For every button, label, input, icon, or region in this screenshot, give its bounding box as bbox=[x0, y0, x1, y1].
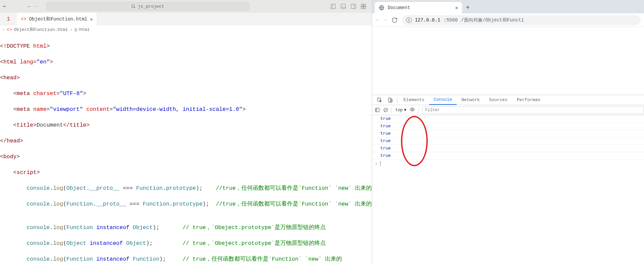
titlebar: ⋯ ← → js_project bbox=[0, 0, 372, 13]
url-path: /面向对象/Object和Functi bbox=[461, 17, 524, 23]
console-toolbar: top ▼ bbox=[372, 105, 644, 115]
reload-icon[interactable] bbox=[392, 17, 398, 23]
layout-controls bbox=[330, 3, 369, 9]
symbol-icon: ◫ bbox=[74, 27, 77, 32]
chevron-right-icon: › bbox=[2, 27, 5, 32]
console-sidebar-toggle-icon[interactable] bbox=[375, 107, 380, 113]
globe-icon bbox=[379, 5, 384, 10]
chevron-right-icon: › bbox=[375, 161, 377, 166]
live-expression-icon[interactable] bbox=[410, 107, 415, 114]
svg-rect-16 bbox=[375, 108, 379, 112]
tab-label: Object和Function.html bbox=[29, 16, 87, 22]
svg-rect-2 bbox=[331, 4, 336, 9]
browser-tab[interactable]: Document ✕ bbox=[375, 2, 462, 13]
svg-point-20 bbox=[412, 109, 413, 110]
html-file-icon: <> bbox=[7, 27, 12, 32]
close-tab-icon[interactable]: ✕ bbox=[455, 5, 458, 11]
tab-elements[interactable]: Elements bbox=[399, 95, 429, 105]
console-output: true true true true true true › bbox=[372, 115, 644, 264]
svg-line-19 bbox=[385, 109, 387, 112]
search-icon bbox=[131, 4, 136, 9]
nav-forward-icon[interactable]: → bbox=[35, 3, 38, 10]
inspect-icon[interactable] bbox=[374, 97, 385, 103]
layout-sidebar-right-icon[interactable] bbox=[350, 3, 356, 9]
device-toggle-icon[interactable] bbox=[385, 97, 396, 103]
nav-back-icon[interactable]: ← bbox=[27, 3, 31, 10]
svg-rect-8 bbox=[361, 4, 363, 6]
chevron-down-icon: ▼ bbox=[404, 108, 406, 113]
breadcrumb-file: Object和Function.html bbox=[14, 27, 68, 33]
devtools: Elements Console Network Sources Perform… bbox=[372, 95, 644, 264]
svg-rect-9 bbox=[364, 4, 366, 6]
breadcrumb-symbol: html bbox=[79, 27, 90, 32]
layout-panel-icon[interactable] bbox=[340, 3, 346, 9]
layout-custom-icon[interactable] bbox=[360, 3, 366, 9]
breadcrumb[interactable]: › <> Object和Function.html › ◫ html bbox=[0, 26, 372, 34]
console-row: true bbox=[372, 145, 644, 152]
browser-back-icon[interactable]: ← bbox=[375, 17, 379, 23]
chrome-tabstrip: Document ✕ + bbox=[372, 0, 644, 13]
tab-bar: 1 <> Object和Function.html ✕ bbox=[0, 13, 372, 26]
url-port: :5500 bbox=[444, 17, 458, 23]
devtools-tabs: Elements Console Network Sources Perform… bbox=[372, 95, 644, 105]
address-bar[interactable]: i 127.0.0.1:5500/面向对象/Object和Functi bbox=[402, 15, 641, 25]
html-file-icon: <> bbox=[21, 16, 26, 22]
clear-console-icon[interactable] bbox=[383, 107, 388, 113]
layout-sidebar-icon[interactable] bbox=[330, 3, 336, 9]
tab-sources[interactable]: Sources bbox=[484, 95, 512, 105]
browser-tab-title: Document bbox=[388, 5, 410, 10]
new-tab-button[interactable]: + bbox=[462, 2, 473, 13]
menu-icon[interactable]: ⋯ bbox=[3, 3, 19, 10]
nav-arrows: ← → bbox=[23, 3, 43, 10]
svg-line-1 bbox=[134, 7, 135, 8]
browser-toolbar: ← → i 127.0.0.1:5500/面向对象/Object和Functi bbox=[372, 13, 644, 27]
console-row: true bbox=[372, 152, 644, 160]
svg-rect-6 bbox=[351, 4, 356, 9]
svg-rect-10 bbox=[361, 7, 363, 9]
svg-rect-4 bbox=[341, 4, 346, 9]
command-search[interactable]: js_project bbox=[46, 2, 249, 11]
vscode-window: ⋯ ← → js_project 1 <> Object和Function.ht… bbox=[0, 0, 372, 264]
page-viewport bbox=[372, 27, 644, 95]
console-row: true bbox=[372, 137, 644, 145]
chrome-window: Document ✕ + ← → i 127.0.0.1:5500/面向对象/O… bbox=[372, 0, 644, 264]
console-input[interactable]: › bbox=[372, 160, 644, 168]
console-row: true bbox=[372, 123, 644, 130]
console-row: true bbox=[372, 115, 644, 123]
tab-network[interactable]: Network bbox=[457, 95, 484, 105]
editor-tab[interactable]: <> Object和Function.html ✕ bbox=[17, 13, 97, 26]
tab-console[interactable]: Console bbox=[429, 95, 457, 105]
console-row: true bbox=[372, 130, 644, 137]
console-filter-input[interactable] bbox=[422, 106, 644, 114]
chevron-right-icon: › bbox=[70, 27, 73, 32]
problem-indicator[interactable]: 1 bbox=[0, 13, 17, 26]
close-tab-icon[interactable]: ✕ bbox=[90, 16, 93, 22]
svg-rect-11 bbox=[364, 7, 366, 9]
tab-performance[interactable]: Performan bbox=[512, 95, 545, 105]
url-host: 127.0.0.1 bbox=[415, 17, 441, 23]
svg-point-0 bbox=[132, 5, 134, 7]
browser-forward-icon[interactable]: → bbox=[384, 17, 387, 23]
execution-context-select[interactable]: top ▼ bbox=[395, 108, 406, 113]
code-editor[interactable]: <!DOCTYPE html> <html lang="en"> <head> … bbox=[0, 34, 372, 264]
site-info-icon[interactable]: i bbox=[406, 17, 412, 23]
search-placeholder: js_project bbox=[138, 4, 164, 9]
